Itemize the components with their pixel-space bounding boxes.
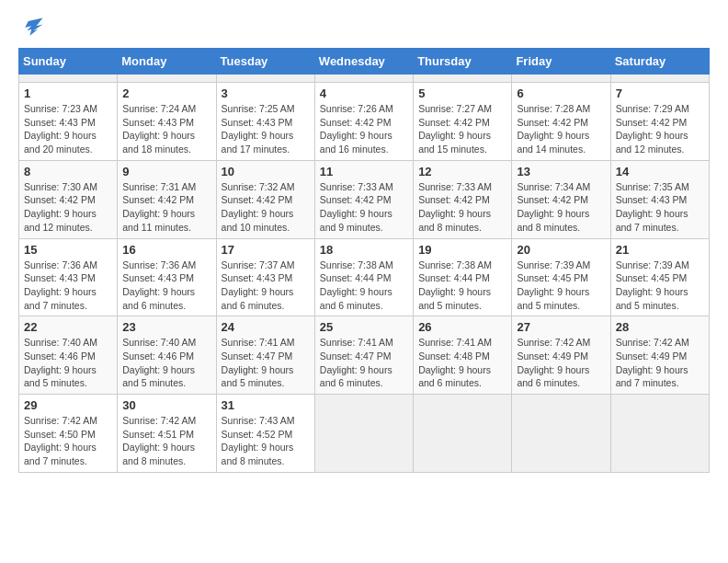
day-number: 14	[616, 165, 704, 178]
calendar-cell: 12Sunrise: 7:33 AMSunset: 4:42 PMDayligh…	[414, 160, 512, 238]
day-number: 23	[122, 320, 210, 334]
day-number: 5	[418, 86, 506, 100]
calendar-cell	[610, 395, 709, 473]
day-number: 31	[222, 398, 310, 412]
calendar-body: 1Sunrise: 7:23 AMSunset: 4:43 PMDaylight…	[19, 75, 710, 473]
calendar-cell	[610, 75, 709, 83]
day-number: 6	[517, 86, 605, 100]
calendar-cell: 23Sunrise: 7:40 AMSunset: 4:46 PMDayligh…	[118, 316, 216, 395]
header-cell-friday: Friday	[512, 49, 610, 75]
day-info: Sunrise: 7:42 AMSunset: 4:49 PMDaylight:…	[517, 336, 605, 390]
day-number: 29	[24, 398, 112, 412]
calendar-cell: 26Sunrise: 7:41 AMSunset: 4:48 PMDayligh…	[414, 316, 512, 395]
calendar-cell: 6Sunrise: 7:28 AMSunset: 4:42 PMDaylight…	[512, 83, 610, 161]
calendar-week-row: 22Sunrise: 7:40 AMSunset: 4:46 PMDayligh…	[19, 316, 710, 395]
day-info: Sunrise: 7:27 AMSunset: 4:42 PMDaylight:…	[418, 102, 506, 156]
calendar-cell: 8Sunrise: 7:30 AMSunset: 4:42 PMDaylight…	[19, 160, 118, 238]
header-cell-sunday: Sunday	[19, 49, 118, 75]
day-number: 19	[418, 243, 506, 257]
day-info: Sunrise: 7:38 AMSunset: 4:44 PMDaylight:…	[320, 259, 408, 313]
svg-marker-0	[25, 18, 42, 36]
logo	[18, 15, 46, 40]
day-info: Sunrise: 7:40 AMSunset: 4:46 PMDaylight:…	[24, 336, 112, 390]
header-cell-monday: Monday	[118, 49, 216, 75]
day-number: 22	[24, 320, 112, 334]
calendar-cell	[216, 75, 314, 83]
day-number: 25	[320, 320, 408, 334]
day-info: Sunrise: 7:40 AMSunset: 4:46 PMDaylight:…	[122, 336, 210, 390]
day-info: Sunrise: 7:41 AMSunset: 4:48 PMDaylight:…	[418, 336, 506, 390]
calendar-week-row	[19, 75, 710, 83]
calendar-cell: 27Sunrise: 7:42 AMSunset: 4:49 PMDayligh…	[512, 316, 610, 395]
day-info: Sunrise: 7:38 AMSunset: 4:44 PMDaylight:…	[418, 259, 506, 313]
day-info: Sunrise: 7:24 AMSunset: 4:43 PMDaylight:…	[122, 102, 210, 156]
calendar-header-row: SundayMondayTuesdayWednesdayThursdayFrid…	[19, 49, 710, 75]
calendar-cell: 3Sunrise: 7:25 AMSunset: 4:43 PMDaylight…	[216, 83, 314, 161]
calendar-cell: 18Sunrise: 7:38 AMSunset: 4:44 PMDayligh…	[314, 238, 413, 316]
calendar-cell	[19, 75, 118, 83]
day-info: Sunrise: 7:34 AMSunset: 4:42 PMDaylight:…	[517, 180, 605, 235]
calendar-cell: 4Sunrise: 7:26 AMSunset: 4:42 PMDaylight…	[314, 83, 413, 161]
day-number: 3	[222, 86, 310, 100]
day-info: Sunrise: 7:42 AMSunset: 4:49 PMDaylight:…	[616, 336, 704, 390]
day-info: Sunrise: 7:39 AMSunset: 4:45 PMDaylight:…	[616, 259, 704, 313]
calendar-cell	[512, 395, 610, 473]
day-info: Sunrise: 7:26 AMSunset: 4:42 PMDaylight:…	[320, 102, 408, 156]
day-info: Sunrise: 7:29 AMSunset: 4:42 PMDaylight:…	[616, 102, 704, 156]
calendar-cell: 7Sunrise: 7:29 AMSunset: 4:42 PMDaylight…	[610, 83, 709, 161]
day-info: Sunrise: 7:28 AMSunset: 4:42 PMDaylight:…	[517, 102, 605, 156]
day-number: 16	[122, 243, 210, 257]
header-cell-saturday: Saturday	[610, 49, 709, 75]
calendar-cell	[314, 75, 413, 83]
day-number: 26	[418, 320, 506, 334]
day-info: Sunrise: 7:36 AMSunset: 4:43 PMDaylight:…	[122, 259, 210, 313]
header-cell-tuesday: Tuesday	[216, 49, 314, 75]
calendar-cell: 24Sunrise: 7:41 AMSunset: 4:47 PMDayligh…	[216, 316, 314, 395]
day-number: 27	[517, 320, 605, 334]
day-number: 9	[122, 165, 210, 178]
calendar-cell: 2Sunrise: 7:24 AMSunset: 4:43 PMDaylight…	[118, 83, 216, 161]
calendar-cell	[414, 75, 512, 83]
day-number: 7	[616, 86, 704, 100]
header-cell-thursday: Thursday	[414, 49, 512, 75]
calendar-cell	[118, 75, 216, 83]
day-number: 15	[24, 243, 112, 257]
header-cell-wednesday: Wednesday	[314, 49, 413, 75]
calendar-week-row: 29Sunrise: 7:42 AMSunset: 4:50 PMDayligh…	[19, 395, 710, 473]
day-info: Sunrise: 7:33 AMSunset: 4:42 PMDaylight:…	[320, 180, 408, 235]
day-info: Sunrise: 7:32 AMSunset: 4:42 PMDaylight:…	[222, 180, 310, 235]
calendar-cell: 20Sunrise: 7:39 AMSunset: 4:45 PMDayligh…	[512, 238, 610, 316]
day-number: 21	[616, 243, 704, 257]
day-number: 13	[517, 165, 605, 178]
calendar-cell: 11Sunrise: 7:33 AMSunset: 4:42 PMDayligh…	[314, 160, 413, 238]
day-info: Sunrise: 7:42 AMSunset: 4:51 PMDaylight:…	[122, 414, 210, 468]
calendar-cell: 28Sunrise: 7:42 AMSunset: 4:49 PMDayligh…	[610, 316, 709, 395]
calendar-cell: 19Sunrise: 7:38 AMSunset: 4:44 PMDayligh…	[414, 238, 512, 316]
day-info: Sunrise: 7:31 AMSunset: 4:42 PMDaylight:…	[122, 180, 210, 235]
day-number: 20	[517, 243, 605, 257]
calendar-cell: 29Sunrise: 7:42 AMSunset: 4:50 PMDayligh…	[19, 395, 118, 473]
day-number: 28	[616, 320, 704, 334]
day-info: Sunrise: 7:30 AMSunset: 4:42 PMDaylight:…	[24, 180, 112, 235]
day-number: 30	[122, 398, 210, 412]
calendar-cell	[314, 395, 413, 473]
calendar-week-row: 1Sunrise: 7:23 AMSunset: 4:43 PMDaylight…	[19, 83, 710, 161]
calendar-cell	[512, 75, 610, 83]
day-number: 12	[418, 165, 506, 178]
day-info: Sunrise: 7:41 AMSunset: 4:47 PMDaylight:…	[222, 336, 310, 390]
calendar-cell: 16Sunrise: 7:36 AMSunset: 4:43 PMDayligh…	[118, 238, 216, 316]
header	[18, 15, 710, 40]
day-number: 11	[320, 165, 408, 178]
calendar-cell: 10Sunrise: 7:32 AMSunset: 4:42 PMDayligh…	[216, 160, 314, 238]
day-number: 18	[320, 243, 408, 257]
calendar-cell: 17Sunrise: 7:37 AMSunset: 4:43 PMDayligh…	[216, 238, 314, 316]
calendar-cell: 5Sunrise: 7:27 AMSunset: 4:42 PMDaylight…	[414, 83, 512, 161]
calendar-table: SundayMondayTuesdayWednesdayThursdayFrid…	[18, 48, 710, 473]
calendar-cell: 25Sunrise: 7:41 AMSunset: 4:47 PMDayligh…	[314, 316, 413, 395]
day-info: Sunrise: 7:23 AMSunset: 4:43 PMDaylight:…	[24, 102, 112, 156]
calendar-week-row: 15Sunrise: 7:36 AMSunset: 4:43 PMDayligh…	[19, 238, 710, 316]
day-info: Sunrise: 7:37 AMSunset: 4:43 PMDaylight:…	[222, 259, 310, 313]
logo-bird-icon	[20, 15, 46, 40]
day-info: Sunrise: 7:43 AMSunset: 4:52 PMDaylight:…	[222, 414, 310, 468]
calendar-cell: 9Sunrise: 7:31 AMSunset: 4:42 PMDaylight…	[118, 160, 216, 238]
